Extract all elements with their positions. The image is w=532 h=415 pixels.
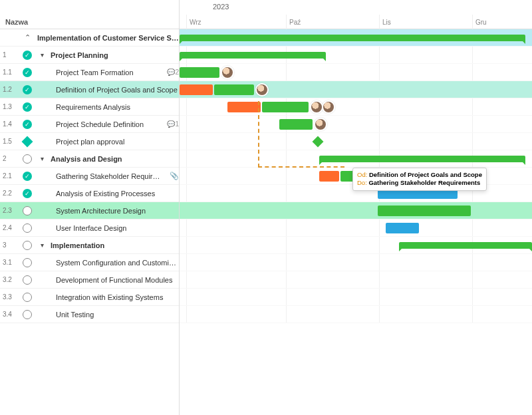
task-name[interactable]: Analysis and Design: [51, 155, 179, 163]
task-bar[interactable]: [262, 102, 309, 112]
milestone-diamond[interactable]: [313, 136, 324, 148]
task-row[interactable]: 1✓▾Project Planning: [0, 47, 179, 64]
summary-bar[interactable]: [180, 35, 525, 41]
gantt-row[interactable]: [180, 237, 532, 254]
assignee-avatar[interactable]: [310, 100, 323, 114]
task-row[interactable]: 3.3Integration with Existing Systems: [0, 289, 179, 306]
wbs-number: 1.5: [3, 138, 17, 145]
status-open-icon[interactable]: [21, 241, 33, 250]
status-done-icon[interactable]: ✓: [21, 51, 33, 60]
task-row[interactable]: 3.1System Configuration and Customizatio…: [0, 254, 179, 271]
gantt-panel[interactable]: 2023 WrzPaźLisGru Od: Definition of Proj…: [180, 0, 532, 415]
gantt-row[interactable]: [180, 254, 532, 271]
tooltip-from-prefix: Od:: [357, 171, 367, 178]
status-open-icon[interactable]: [21, 206, 33, 215]
attachment-icon[interactable]: 📎: [170, 172, 179, 180]
task-row[interactable]: 1.3✓Requirements Analysis: [0, 98, 179, 116]
task-name[interactable]: Integration with Existing Systems: [37, 293, 179, 301]
task-row[interactable]: 3▾Implementation: [0, 237, 179, 254]
task-row[interactable]: 2▾Analysis and Design: [0, 150, 179, 168]
status-open-icon[interactable]: [21, 293, 33, 302]
gantt-row[interactable]: [180, 29, 532, 47]
task-row[interactable]: 2.2✓Analysis of Existing Processes: [0, 185, 179, 202]
gantt-row[interactable]: [180, 219, 532, 237]
task-bar[interactable]: [180, 67, 219, 78]
status-open-icon[interactable]: [21, 223, 33, 233]
summary-bar[interactable]: [319, 156, 525, 162]
task-bar[interactable]: [386, 223, 419, 233]
task-name[interactable]: Requirements Analysis: [37, 103, 179, 111]
status-open-icon[interactable]: [21, 310, 33, 319]
wbs-number: 2.4: [3, 224, 17, 231]
task-row[interactable]: 2.4User Interface Design: [0, 219, 179, 237]
status-open-icon[interactable]: [21, 154, 33, 164]
assignee-avatar[interactable]: [255, 83, 269, 96]
task-name[interactable]: Analysis of Existing Processes: [37, 190, 179, 198]
status-open-icon[interactable]: [21, 258, 33, 267]
summary-bar[interactable]: [399, 242, 532, 249]
task-name[interactable]: Unit Testing: [37, 311, 179, 319]
gantt-row[interactable]: [180, 306, 532, 323]
wbs-number: 2.2: [3, 190, 17, 197]
summary-bar[interactable]: [180, 52, 326, 59]
task-row[interactable]: 1.5Project plan approval: [0, 133, 179, 150]
task-bar[interactable]: [180, 84, 213, 95]
task-name[interactable]: Gathering Stakeholder Requirements: [37, 172, 163, 180]
task-bar[interactable]: [214, 84, 254, 95]
status-done-icon[interactable]: ✓: [21, 120, 33, 129]
assignee-avatar[interactable]: [221, 66, 234, 79]
task-row[interactable]: 1.1✓Project Team Formation💬2: [0, 64, 179, 81]
milestone-icon[interactable]: [21, 138, 33, 146]
comments-icon[interactable]: 💬1: [167, 120, 179, 128]
wbs-number: 1.4: [3, 120, 17, 128]
assignee-avatar[interactable]: [314, 118, 327, 131]
assignee-avatar[interactable]: [322, 100, 335, 114]
task-row[interactable]: 1.2✓Definition of Project Goals and Scop…: [0, 81, 179, 98]
task-row[interactable]: 3.2Development of Functional Modules: [0, 271, 179, 289]
task-row[interactable]: 3.4Unit Testing: [0, 306, 179, 323]
task-name[interactable]: User Interface Design: [37, 224, 179, 232]
task-name[interactable]: Project Planning: [51, 51, 179, 59]
task-bar[interactable]: [319, 171, 339, 182]
task-name[interactable]: Implementation: [51, 241, 179, 249]
status-done-icon[interactable]: ✓: [21, 172, 33, 181]
status-done-icon[interactable]: ✓: [21, 68, 33, 77]
task-bar[interactable]: [378, 206, 471, 216]
status-done-icon[interactable]: ✓: [21, 102, 33, 112]
status-open-icon[interactable]: [21, 275, 33, 285]
status-done-icon[interactable]: ✓: [21, 189, 33, 198]
gantt-row[interactable]: [180, 271, 532, 289]
gantt-row[interactable]: [180, 47, 532, 64]
expand-toggle-icon[interactable]: ▾: [37, 241, 47, 249]
status-done-icon[interactable]: ✓: [21, 85, 33, 94]
collapse-all-icon[interactable]: ⌃: [21, 33, 33, 42]
task-name[interactable]: Implementation of Customer Service Syste…: [37, 34, 179, 42]
task-name[interactable]: Project Team Formation: [37, 69, 160, 76]
task-bar[interactable]: [227, 102, 261, 112]
task-name[interactable]: Project plan approval: [37, 138, 179, 146]
gantt-row[interactable]: [180, 64, 532, 81]
task-name[interactable]: System Architecture Design: [37, 207, 179, 215]
gantt-body[interactable]: Od: Definition of Project Goals and Scop…: [180, 29, 532, 323]
gantt-row[interactable]: [180, 133, 532, 150]
expand-toggle-icon[interactable]: ▾: [37, 51, 47, 59]
task-row[interactable]: 2.1✓Gathering Stakeholder Requirements📎: [0, 168, 179, 185]
gantt-row[interactable]: [180, 81, 532, 98]
task-name[interactable]: Development of Functional Modules: [37, 276, 179, 284]
task-row[interactable]: ⌃Implementation of Customer Service Syst…: [0, 29, 179, 47]
gantt-row[interactable]: [180, 150, 532, 168]
gantt-row[interactable]: [180, 98, 532, 116]
task-name[interactable]: System Configuration and Customization: [37, 259, 179, 267]
gantt-row[interactable]: [180, 116, 532, 133]
task-name[interactable]: Project Schedule Definition: [37, 120, 160, 128]
comments-icon[interactable]: 💬2: [167, 69, 179, 76]
task-bar[interactable]: [279, 119, 313, 130]
gantt-row[interactable]: [180, 289, 532, 306]
task-name[interactable]: Definition of Project Goals and Scope: [37, 86, 179, 94]
task-row[interactable]: 2.3System Architecture Design: [0, 202, 179, 219]
gantt-app: Nazwa ⌃Implementation of Customer Servic…: [0, 0, 532, 415]
gantt-row[interactable]: [180, 202, 532, 219]
task-list-panel: Nazwa ⌃Implementation of Customer Servic…: [0, 0, 180, 415]
expand-toggle-icon[interactable]: ▾: [37, 155, 47, 162]
task-row[interactable]: 1.4✓Project Schedule Definition💬1: [0, 116, 179, 133]
